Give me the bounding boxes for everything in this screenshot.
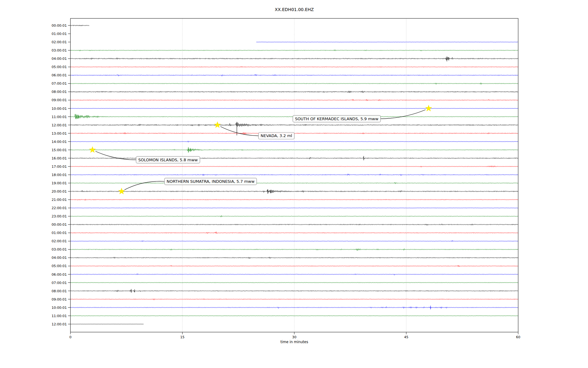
trace-row-35 <box>70 316 518 316</box>
x-tick-label: 45 <box>404 335 409 339</box>
event-connector <box>221 127 258 136</box>
trace-row-10 <box>70 108 518 109</box>
labels-layer: 00:00:0101:00:0102:00:0103:00:0104:00:01… <box>52 24 520 339</box>
event-label: SOUTH OF KERMADEC ISLANDS, 5.9 mww <box>295 117 379 121</box>
x-tick-label: 15 <box>180 335 185 339</box>
trace-row-6 <box>70 74 518 76</box>
row-label: 12:00:01 <box>52 322 67 326</box>
row-label: 02:00:01 <box>52 40 67 44</box>
trace-row-7 <box>70 83 518 84</box>
x-tick-label: 30 <box>292 335 296 339</box>
row-label: 01:00:01 <box>52 231 67 235</box>
x-tick-label: 0 <box>70 335 72 339</box>
row-label: 02:00:01 <box>52 239 67 243</box>
trace-row-22 <box>70 208 518 208</box>
trace-row-29 <box>70 265 518 267</box>
row-label: 01:00:01 <box>52 32 67 36</box>
grid-layer <box>183 18 406 332</box>
row-label: 17:00:01 <box>52 165 67 169</box>
row-label: 20:00:01 <box>52 190 67 194</box>
event-connector <box>125 181 164 190</box>
row-label: 11:00:01 <box>52 314 67 318</box>
row-label: 06:00:01 <box>52 273 67 277</box>
row-label: 00:00:01 <box>52 24 67 28</box>
trace-row-23 <box>70 216 518 217</box>
row-label: 15:00:01 <box>52 148 67 152</box>
event-label: SOLOMON ISLANDS, 5.8 mww <box>138 158 198 162</box>
plot-frame <box>70 18 518 332</box>
row-label: 08:00:01 <box>52 289 67 293</box>
event-star-icon <box>89 147 96 153</box>
trace-row-24 <box>70 224 518 225</box>
event-connector <box>381 110 426 119</box>
row-label: 09:00:01 <box>52 297 67 301</box>
row-label: 04:00:01 <box>52 57 67 61</box>
event-star-icon <box>425 105 432 111</box>
trace-row-4 <box>70 57 518 60</box>
trace-row-15 <box>70 149 518 152</box>
row-label: 00:00:01 <box>52 223 67 227</box>
row-label: 05:00:01 <box>52 65 67 69</box>
trace-row-32 <box>70 290 518 292</box>
row-label: 23:00:01 <box>52 214 67 218</box>
row-label: 21:00:01 <box>52 198 67 202</box>
traces-layer <box>70 25 518 324</box>
row-label: 12:00:01 <box>52 123 67 127</box>
x-axis-label: time in minutes <box>281 340 308 344</box>
row-label: 09:00:01 <box>52 98 67 102</box>
seismogram-figure: 00:00:0101:00:0102:00:0103:00:0104:00:01… <box>0 0 588 368</box>
row-label: 03:00:01 <box>52 48 67 52</box>
trace-row-8 <box>70 91 518 93</box>
event-star-icon <box>119 188 125 194</box>
axes-layer <box>68 18 518 334</box>
row-label: 10:00:01 <box>52 107 67 111</box>
trace-row-28 <box>70 257 518 259</box>
row-label: 05:00:01 <box>52 264 67 268</box>
trace-row-33 <box>70 299 518 300</box>
event-star-icon <box>214 122 221 128</box>
row-label: 22:00:01 <box>52 206 67 210</box>
trace-row-36 <box>70 324 144 324</box>
chart-title: XX.EDH01.00.EHZ <box>275 7 314 12</box>
event-label: NEVADA, 3.2 ml <box>261 133 292 138</box>
row-label: 06:00:01 <box>52 73 67 77</box>
row-label: 14:00:01 <box>52 140 67 144</box>
row-label: 07:00:01 <box>52 82 67 86</box>
event-label: NORTHERN SUMATRA, INDONESIA, 5.7 mww <box>167 179 254 184</box>
trace-row-2 <box>256 42 518 42</box>
trace-row-12 <box>70 122 518 127</box>
row-label: 04:00:01 <box>52 256 67 260</box>
row-label: 10:00:01 <box>52 306 67 310</box>
events-layer: SOUTH OF KERMADEC ISLANDS, 5.9 mwwNEVADA… <box>89 105 432 194</box>
trace-row-0 <box>70 25 89 26</box>
row-label: 07:00:01 <box>52 281 67 285</box>
row-label: 16:00:01 <box>52 156 67 160</box>
row-label: 18:00:01 <box>52 173 67 177</box>
row-label: 19:00:01 <box>52 181 67 185</box>
row-label: 08:00:01 <box>52 90 67 94</box>
trace-row-5 <box>70 67 518 67</box>
trace-row-3 <box>70 50 518 51</box>
x-tick-label: 60 <box>516 335 520 339</box>
trace-row-18 <box>70 174 518 176</box>
row-label: 03:00:01 <box>52 247 67 251</box>
trace-row-19 <box>70 182 518 184</box>
row-label: 13:00:01 <box>52 132 67 136</box>
seismogram-dayplot: 00:00:0101:00:0102:00:0103:00:0104:00:01… <box>0 0 588 368</box>
row-label: 11:00:01 <box>52 115 67 119</box>
